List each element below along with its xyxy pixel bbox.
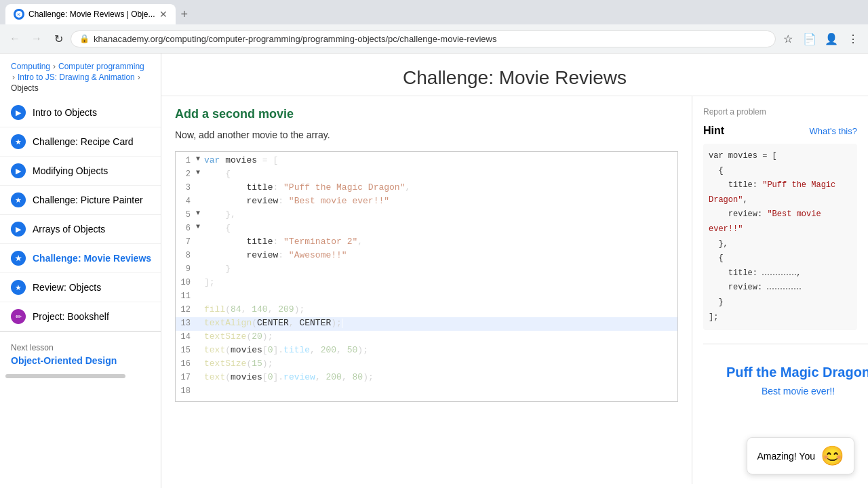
line-code-18 <box>204 386 677 396</box>
hint-code-line-3: title: "Puff the Magic Dragon", <box>709 178 852 207</box>
code-line-5: 5 ▼ }, <box>176 209 677 222</box>
code-line-13: 13 textAlign(CENTER, CENTER); <box>176 317 677 331</box>
next-lesson-section: Next lesson Object-Oriented Design <box>0 331 161 371</box>
star-icon-review: ★ <box>11 280 26 295</box>
line-num-6: 6 <box>176 223 196 233</box>
hint-code-line-4: review: "Best movie ever!!" <box>709 207 852 237</box>
main-content: Challenge: Movie Reviews Add a second mo… <box>161 54 868 488</box>
hint-code-line-7: title: , <box>709 266 852 281</box>
line-code-11 <box>204 291 677 301</box>
line-code-14: textSize(20); <box>204 331 677 342</box>
line-code-12: fill(84, 140, 209); <box>204 304 677 314</box>
line-num-13: 13 <box>176 318 196 328</box>
star-icon-movie: ★ <box>11 251 26 266</box>
lock-icon: 🔒 <box>79 34 90 43</box>
toast-message: Amazing! You <box>757 451 815 462</box>
amazing-toast: Amazing! You 😊 <box>747 437 854 474</box>
sidebar-item-challenge-movie[interactable]: ★ Challenge: Movie Reviews <box>0 244 161 273</box>
breadcrumb-sep-2: › <box>12 73 15 82</box>
section-title: Add a second movie <box>175 107 678 121</box>
breadcrumb: Computing › Computer programming › Intro… <box>0 54 161 98</box>
line-num-16: 16 <box>176 359 196 369</box>
line-code-1: var movies = [ <box>204 155 677 165</box>
address-bar[interactable]: 🔒 khanacademy.org/computing/computer-pro… <box>71 30 776 47</box>
line-num-4: 4 <box>176 196 196 206</box>
hint-whats-this[interactable]: What's this? <box>810 126 857 136</box>
line-code-5: }, <box>204 209 677 220</box>
line-num-9: 9 <box>176 264 196 274</box>
line-code-9: } <box>204 264 677 274</box>
line-code-4: review: "Best movie ever!!" <box>204 196 677 206</box>
sidebar-scrollbar[interactable] <box>5 374 125 378</box>
browser-chrome: K Challenge: Movie Reviews | Obje... ✕ +… <box>0 0 868 54</box>
line-marker-2: ▼ <box>196 169 204 176</box>
app-container: Computing › Computer programming › Intro… <box>0 54 868 488</box>
hint-code-line-8: review: <box>709 281 852 296</box>
line-num-3: 3 <box>176 182 196 192</box>
sidebar-item-project-bookshelf[interactable]: ✏ Project: Bookshelf <box>0 302 161 331</box>
code-editor[interactable]: 1 ▼ var movies = [ 2 ▼ { 3 <box>175 151 678 402</box>
sidebar-item-challenge-recipe[interactable]: ★ Challenge: Recipe Card <box>0 127 161 157</box>
line-num-8: 8 <box>176 250 196 260</box>
nav-bar: ← → ↻ 🔒 khanacademy.org/computing/comput… <box>0 24 868 53</box>
menu-button[interactable]: ⋮ <box>844 29 863 48</box>
code-line-14: 14 textSize(20); <box>176 331 677 344</box>
next-lesson-name[interactable]: Object-Oriented Design <box>11 355 150 366</box>
sidebar-item-modifying-objects[interactable]: ▶ Modifying Objects <box>0 157 161 186</box>
output-panel: Puff the Magic Dragon Best movie ever!! <box>703 344 868 396</box>
line-marker-6: ▼ <box>196 223 204 230</box>
code-line-17: 17 text(movies[0].review, 200, 80); <box>176 371 677 385</box>
code-line-8: 8 review: "Awesome!!" <box>176 249 677 263</box>
star-icon-picture: ★ <box>11 192 26 207</box>
active-tab[interactable]: K Challenge: Movie Reviews | Obje... ✕ <box>5 4 176 24</box>
line-code-15: text(movies[0].title, 200, 50); <box>204 345 677 355</box>
line-num-1: 1 <box>176 155 196 165</box>
sidebar-item-review-objects[interactable]: ★ Review: Objects <box>0 273 161 302</box>
sidebar-label-arrays-objects: Arrays of Objects <box>33 224 105 235</box>
breadcrumb-computer-programming[interactable]: Computer programming <box>58 62 144 71</box>
profile-button[interactable]: 👤 <box>822 29 841 48</box>
output-movie-review: Best movie ever!! <box>762 386 835 396</box>
sidebar-item-arrays-objects[interactable]: ▶ Arrays of Objects <box>0 215 161 244</box>
code-line-9: 9 } <box>176 263 677 277</box>
sidebar-label-project-bookshelf: Project: Bookshelf <box>33 311 109 322</box>
line-num-12: 12 <box>176 304 196 314</box>
line-code-2: { <box>204 169 677 179</box>
code-line-2: 2 ▼ { <box>176 168 677 182</box>
line-code-13: textAlign(CENTER, CENTER); <box>204 318 677 328</box>
hint-title-row: Hint What's this? <box>703 125 857 137</box>
forward-button[interactable]: → <box>27 29 46 48</box>
new-tab-button[interactable]: + <box>176 7 194 22</box>
breadcrumb-intro-js[interactable]: Intro to JS: Drawing & Animation <box>18 73 135 82</box>
line-num-18: 18 <box>176 386 196 396</box>
content-row: Add a second movie Now, add another movi… <box>161 96 868 484</box>
tab-bar: K Challenge: Movie Reviews | Obje... ✕ + <box>0 0 868 24</box>
code-line-4: 4 review: "Best movie ever!!" <box>176 195 677 209</box>
tab-close-button[interactable]: ✕ <box>159 9 167 20</box>
play-icon-modifying: ▶ <box>11 163 26 178</box>
bookmark-button[interactable]: ☆ <box>778 29 797 48</box>
sidebar-item-intro-objects[interactable]: ▶ Intro to Objects <box>0 98 161 127</box>
play-icon-arrays: ▶ <box>11 222 26 237</box>
line-marker-1: ▼ <box>196 155 204 163</box>
hint-code-block: var movies = [ { title: "Puff the Magic … <box>703 144 857 330</box>
sidebar-label-review-objects: Review: Objects <box>33 282 101 293</box>
back-button[interactable]: ← <box>5 29 24 48</box>
sidebar-label-challenge-movie: Challenge: Movie Reviews <box>33 253 151 264</box>
refresh-button[interactable]: ↻ <box>49 29 68 48</box>
code-line-6: 6 ▼ { <box>176 222 677 236</box>
sidebar-label-intro-objects: Intro to Objects <box>33 107 97 118</box>
hint-blank-title <box>762 274 796 275</box>
left-panel: Add a second movie Now, add another movi… <box>161 96 692 484</box>
report-problem[interactable]: Report a problem <box>703 107 766 117</box>
extension-button[interactable]: 📄 <box>800 29 819 48</box>
line-marker-5: ▼ <box>196 209 204 217</box>
line-num-10: 10 <box>176 277 196 287</box>
sidebar-item-challenge-picture[interactable]: ★ Challenge: Picture Painter <box>0 186 161 215</box>
breadcrumb-sep-3: › <box>138 73 140 82</box>
hint-code-line-10: ]; <box>709 310 852 325</box>
next-lesson-title: Next lesson <box>11 343 150 352</box>
breadcrumb-computing[interactable]: Computing <box>11 62 50 71</box>
line-num-2: 2 <box>176 169 196 179</box>
tab-favicon: K <box>14 9 24 20</box>
